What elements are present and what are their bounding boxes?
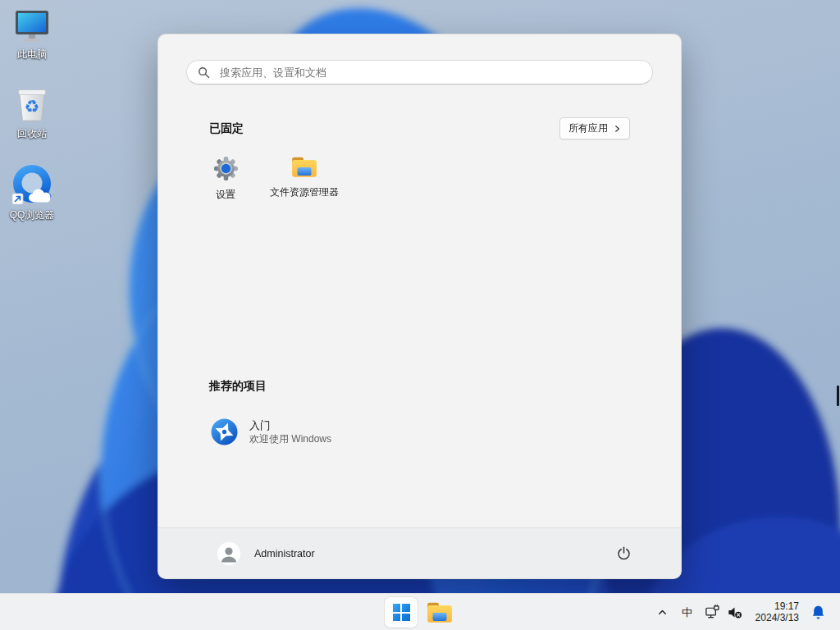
taskbar-file-explorer-button[interactable] [423, 597, 456, 628]
start-search [186, 60, 653, 84]
search-input[interactable] [186, 60, 653, 84]
desktop-icon-qq-browser[interactable]: QQ浏览器 [1, 162, 63, 221]
file-explorer-folder-icon [290, 155, 318, 180]
desktop-icon-label: QQ浏览器 [10, 209, 55, 221]
notification-bell-icon [810, 605, 826, 620]
ime-mode-label: 中 [682, 605, 692, 620]
pinned-app-label: 文件资源管理器 [270, 185, 339, 199]
get-started-icon [211, 418, 238, 445]
start-menu: 已固定 所有应用 [158, 34, 682, 579]
recommended-item-get-started[interactable]: 入门 欢迎使用 Windows [203, 412, 482, 452]
start-button[interactable] [385, 597, 418, 628]
ethernet-network-icon [704, 604, 721, 621]
pinned-app-label: 设置 [216, 188, 235, 202]
pinned-header: 已固定 所有应用 [209, 117, 630, 139]
recommended-header: 推荐的项目 [209, 379, 630, 394]
this-pc-icon [12, 7, 52, 46]
taskbar-center [385, 597, 456, 628]
desktop-icon-this-pc[interactable]: 此电脑 [1, 7, 63, 60]
taskbar: 中 19:17 2024/3/13 [0, 593, 840, 630]
screen-edge-marker [837, 386, 839, 406]
user-name: Administrator [254, 548, 315, 559]
clock-time: 19:17 [774, 601, 799, 613]
shortcut-arrow-badge [12, 194, 23, 204]
user-account-button[interactable]: Administrator [212, 539, 320, 568]
tray-network-button[interactable] [701, 599, 724, 627]
desktop: 此电脑 ♻ 回收站 [0, 0, 840, 630]
tray-ime-indicator[interactable]: 中 [677, 599, 698, 627]
desktop-icon-label: 此电脑 [17, 48, 47, 60]
clock-date: 2024/3/13 [756, 613, 799, 624]
tray-show-hidden-icons-button[interactable] [652, 599, 673, 627]
recommended-title: 推荐的项目 [209, 379, 267, 394]
svg-text:♻: ♻ [25, 97, 40, 116]
power-button[interactable] [609, 539, 638, 568]
tray-clock[interactable]: 19:17 2024/3/13 [752, 600, 802, 625]
recommended-item-title: 入门 [249, 419, 331, 432]
desktop-icon-label: 回收站 [17, 128, 47, 139]
start-menu-footer: Administrator [158, 527, 681, 578]
all-apps-button[interactable]: 所有应用 [559, 117, 630, 139]
recommended-item-subtitle: 欢迎使用 Windows [249, 433, 331, 445]
search-icon [198, 66, 210, 79]
recycle-bin-icon: ♻ [11, 83, 52, 126]
chevron-up-icon [657, 607, 668, 618]
power-icon [617, 546, 631, 560]
file-explorer-folder-icon [426, 600, 454, 625]
pinned-app-file-explorer[interactable]: 文件资源管理器 [265, 155, 344, 214]
tray-volume-button[interactable] [724, 599, 746, 627]
pinned-apps-grid: 设置 文件资源管理器 [186, 155, 344, 214]
desktop-icon-recycle-bin[interactable]: ♻ 回收站 [1, 83, 63, 139]
user-avatar [217, 542, 240, 565]
pinned-title: 已固定 [209, 121, 244, 136]
recommended-item-text: 入门 欢迎使用 Windows [249, 419, 331, 445]
chevron-right-icon [614, 125, 621, 133]
all-apps-label: 所有应用 [568, 121, 608, 135]
qq-browser-icon [10, 162, 54, 207]
tray-notification-button[interactable] [804, 599, 832, 627]
taskbar-tray: 中 19:17 2024/3/13 [652, 594, 840, 630]
settings-gear-icon [212, 155, 240, 182]
windows-logo-icon [393, 604, 410, 621]
pinned-app-settings[interactable]: 设置 [186, 155, 265, 214]
volume-muted-icon [726, 604, 743, 621]
